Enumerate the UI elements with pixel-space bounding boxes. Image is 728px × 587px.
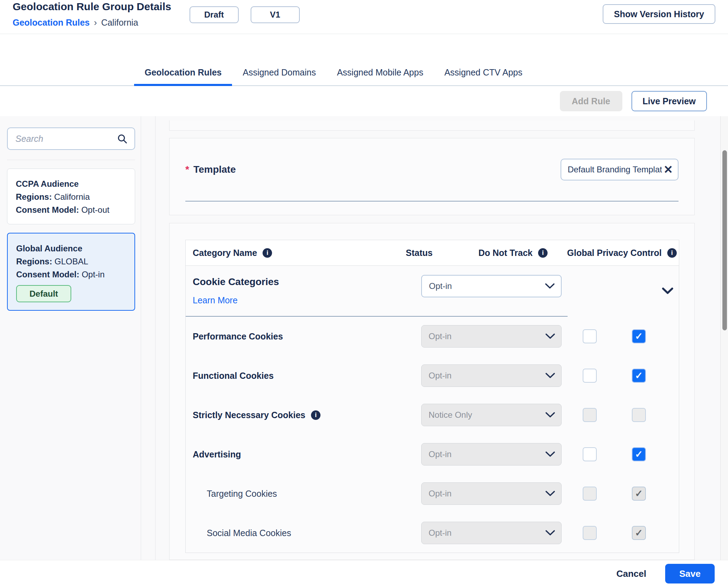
audience-card-global-audience[interactable]: Global Audience Regions: GLOBAL Consent … xyxy=(7,233,135,311)
categories-table: Category Name i Status Do Not Track i Gl… xyxy=(185,240,679,553)
info-icon[interactable]: i xyxy=(311,410,320,420)
tab-geolocation-rules[interactable]: Geolocation Rules xyxy=(134,67,232,85)
do-not-track-checkbox xyxy=(583,408,597,422)
template-chip[interactable]: Default Branding Templat ✕ xyxy=(561,159,679,180)
tab-assigned-mobile-apps[interactable]: Assigned Mobile Apps xyxy=(326,67,434,85)
status-badge: Draft xyxy=(190,6,239,23)
chevron-down-icon xyxy=(545,491,555,496)
close-icon[interactable]: ✕ xyxy=(663,164,673,175)
chevron-down-icon xyxy=(545,334,555,339)
chevron-down-icon[interactable] xyxy=(662,288,673,294)
category-label: Social Media Cookies xyxy=(207,528,291,538)
vertical-scrollbar[interactable] xyxy=(720,116,728,560)
status-dropdown: Notice Only xyxy=(421,404,562,426)
page-header: Geolocation Rule Group Details Geolocati… xyxy=(0,0,728,34)
category-rows: Performance Cookies Opt-in ✓ Functional … xyxy=(186,317,679,553)
breadcrumb: Geolocation Rules › California xyxy=(13,17,171,28)
group-status-dropdown[interactable]: Opt-in xyxy=(421,275,562,297)
audience-name: CCPA Audience xyxy=(16,177,126,190)
audience-consent-model: Consent Model: Opt-in xyxy=(16,268,126,281)
template-section: * Template Default Branding Templat ✕ xyxy=(169,138,695,215)
learn-more-link[interactable]: Learn More xyxy=(193,295,238,305)
category-label: Functional Cookies xyxy=(193,371,274,381)
title-block: Geolocation Rule Group Details Geolocati… xyxy=(13,1,171,28)
tab-bar: Geolocation RulesAssigned DomainsAssigne… xyxy=(0,34,728,86)
status-header: Status xyxy=(406,240,432,265)
page-title: Geolocation Rule Group Details xyxy=(13,1,171,13)
status-badges: Draft V1 xyxy=(190,6,300,23)
do-not-track-header: Do Not Track i xyxy=(478,240,548,265)
category-label: Targeting Cookies xyxy=(207,489,277,499)
required-marker: * xyxy=(185,164,189,175)
table-row-performance-cookies: Performance Cookies Opt-in ✓ xyxy=(186,317,679,356)
info-icon[interactable]: i xyxy=(538,248,548,258)
cancel-button[interactable]: Cancel xyxy=(614,568,648,580)
info-icon[interactable]: i xyxy=(263,248,272,258)
status-dropdown: Opt-in xyxy=(421,522,562,544)
status-dropdown: Opt-in xyxy=(421,443,562,466)
audience-sidebar: CCPA Audience Regions: California Consen… xyxy=(0,116,141,560)
table-header-row: Category Name i Status Do Not Track i Gl… xyxy=(186,240,679,266)
chevron-down-icon xyxy=(545,373,555,378)
template-label: * Template xyxy=(185,164,236,175)
table-row-functional-cookies: Functional Cookies Opt-in ✓ xyxy=(186,356,679,395)
sidebar-divider xyxy=(7,160,135,160)
add-rule-button[interactable]: Add Rule xyxy=(560,91,622,111)
global-privacy-control-checkbox xyxy=(632,408,646,422)
version-badge: V1 xyxy=(251,6,300,23)
global-privacy-control-checkbox[interactable]: ✓ xyxy=(632,329,646,343)
rule-detail-panel: * Template Default Branding Templat ✕ Ca… xyxy=(155,116,728,560)
do-not-track-checkbox xyxy=(583,487,597,501)
do-not-track-checkbox[interactable] xyxy=(583,329,597,343)
rules-toolbar: Add Rule Live Preview xyxy=(0,86,728,116)
tab-assigned-ctv-apps[interactable]: Assigned CTV Apps xyxy=(434,67,533,85)
global-privacy-control-header: Global Privacy Control i xyxy=(567,240,677,265)
global-privacy-control-checkbox[interactable]: ✓ xyxy=(632,447,646,461)
clipped-card-above xyxy=(169,120,695,131)
audience-name: Global Audience xyxy=(16,242,126,255)
do-not-track-checkbox[interactable] xyxy=(583,447,597,461)
audience-regions: Regions: California xyxy=(16,190,126,203)
info-icon[interactable]: i xyxy=(667,248,677,258)
cookie-categories-group-row: Cookie Categories Learn More Opt-in xyxy=(186,266,679,316)
audience-list: CCPA Audience Regions: California Consen… xyxy=(7,169,135,311)
global-privacy-control-checkbox: ✓ xyxy=(632,487,646,501)
table-row-advertising: Advertising Opt-in ✓ xyxy=(186,435,679,474)
template-chip-text: Default Branding Templat xyxy=(568,165,662,174)
chevron-down-icon xyxy=(545,530,555,536)
table-row-targeting-cookies: Targeting Cookies Opt-in ✓ xyxy=(186,474,679,513)
category-label: Advertising xyxy=(193,449,241,460)
do-not-track-checkbox xyxy=(583,526,597,540)
scrollbar-thumb[interactable] xyxy=(722,150,727,330)
categories-card: Category Name i Status Do Not Track i Gl… xyxy=(169,223,695,560)
action-footer: Cancel Save xyxy=(0,560,728,587)
status-dropdown: Opt-in xyxy=(421,325,562,348)
audience-consent-model: Consent Model: Opt-out xyxy=(16,203,126,216)
tab-assigned-domains[interactable]: Assigned Domains xyxy=(232,67,326,85)
global-privacy-control-checkbox: ✓ xyxy=(632,526,646,540)
chevron-down-icon xyxy=(545,412,555,418)
category-name-header: Category Name i xyxy=(193,240,272,265)
breadcrumb-link[interactable]: Geolocation Rules xyxy=(13,18,90,28)
search-icon[interactable] xyxy=(117,133,127,144)
content-area: CCPA Audience Regions: California Consen… xyxy=(0,116,728,560)
audience-card-ccpa-audience[interactable]: CCPA Audience Regions: California Consen… xyxy=(7,169,135,224)
do-not-track-checkbox[interactable] xyxy=(583,369,597,383)
default-badge: Default xyxy=(16,285,71,302)
chevron-down-icon xyxy=(545,283,555,289)
status-dropdown: Opt-in xyxy=(421,482,562,505)
table-row-social-media-cookies: Social Media Cookies Opt-in ✓ xyxy=(186,513,679,553)
global-privacy-control-checkbox[interactable]: ✓ xyxy=(632,369,646,383)
geolocation-rule-group-details-page: Geolocation Rule Group Details Geolocati… xyxy=(0,0,728,587)
breadcrumb-separator-icon: › xyxy=(94,17,97,28)
live-preview-button[interactable]: Live Preview xyxy=(631,91,707,111)
breadcrumb-current: California xyxy=(101,18,138,28)
chevron-down-icon xyxy=(545,451,555,457)
search-box xyxy=(7,127,135,150)
audience-regions: Regions: GLOBAL xyxy=(16,255,126,268)
show-version-history-button[interactable]: Show Version History xyxy=(603,4,715,24)
status-dropdown: Opt-in xyxy=(421,364,562,387)
save-button[interactable]: Save xyxy=(665,564,715,583)
category-label: Strictly Necessary Cookies xyxy=(193,410,305,420)
search-input[interactable] xyxy=(15,133,117,144)
